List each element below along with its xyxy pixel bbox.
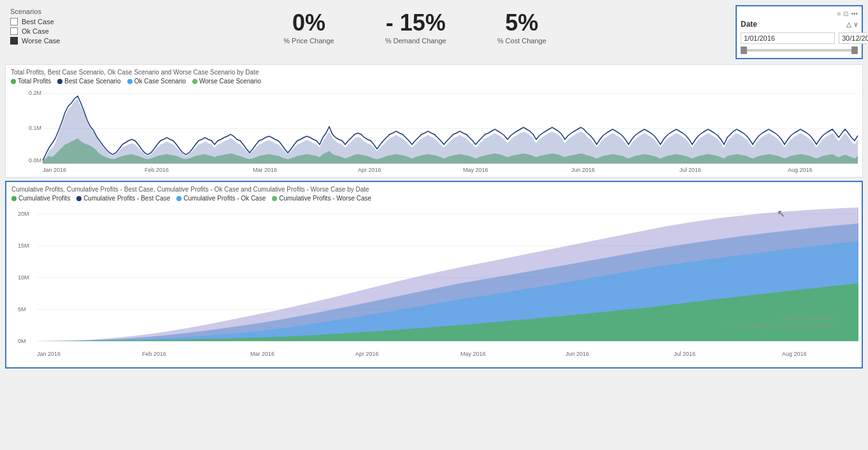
bottom-legend-best-case-dot: [76, 196, 82, 201]
date-filter-toolbar: ≡ ⊡ •••: [741, 10, 858, 17]
price-change-metric: 0% % Price Change: [283, 11, 334, 45]
scenario-best-case-checkbox[interactable]: [10, 18, 18, 25]
x-label-apr: Apr 2016: [358, 167, 381, 173]
bottom-x-label-jul: Jul 2016: [674, 351, 695, 357]
scenario-ok-case-checkbox[interactable]: [10, 27, 18, 35]
bottom-chart-legend: Cumulative Profits Cumulative Profits - …: [11, 195, 857, 202]
date-filter-arrows[interactable]: △ ∨: [846, 21, 858, 28]
main-container: Scenarios Best Case Ok Case Worse Case 0…: [0, 0, 868, 450]
bottom-legend-worse-case-dot: [272, 196, 277, 201]
y-label-20m: 20M: [18, 211, 29, 217]
x-label-jun: Jun 2016: [571, 167, 595, 173]
scenario-worse-case-label: Worse Case: [22, 37, 60, 45]
scenarios-title: Scenarios: [10, 8, 89, 15]
y-label-10m: 10M: [18, 274, 29, 281]
y-label-15m: 15M: [18, 243, 29, 249]
top-legend-ok-case-label: Ok Case Scenario: [134, 78, 186, 85]
scenario-ok-case[interactable]: Ok Case: [10, 27, 89, 35]
bottom-legend-ok-case: Cumulative Profits - Ok Case: [176, 195, 266, 202]
top-legend-total-profits-label: Total Profits: [18, 78, 51, 85]
y-label-01m: 0.1M: [29, 125, 41, 131]
x-label-may: May 2016: [463, 167, 488, 173]
top-chart-section: Total Profits, Best Case Scenario, Ok Ca…: [5, 64, 863, 178]
scenario-worse-case-checkbox[interactable]: [10, 37, 18, 45]
expand-icon[interactable]: ⊡: [843, 10, 848, 17]
bottom-x-label-jun: Jun 2016: [566, 351, 589, 357]
date-inputs: [741, 32, 858, 44]
bottom-legend-ok-case-dot: [176, 196, 181, 201]
top-legend-ok-case-dot: [127, 79, 132, 84]
scenario-best-case-label: Best Case: [22, 18, 54, 25]
price-change-value: 0%: [283, 11, 334, 34]
menu-icon[interactable]: ≡: [837, 10, 841, 17]
top-chart-svg: 0.2M 0.1M 0.0M Jan 2016 Feb 2016 Mar 201…: [11, 87, 861, 173]
bottom-x-label-may: May 2016: [460, 351, 486, 357]
price-change-label: % Price Change: [283, 37, 334, 45]
bottom-legend-best-case-label: Cumulative Profits - Best Case: [83, 195, 170, 202]
top-section: Scenarios Best Case Ok Case Worse Case 0…: [5, 5, 863, 59]
date-slider-track[interactable]: [741, 49, 858, 52]
x-label-aug: Aug 2016: [788, 167, 813, 173]
demand-change-metric: - 15% % Demand Change: [385, 11, 446, 45]
bottom-x-label-feb: Feb 2016: [142, 351, 166, 357]
demand-change-label: % Demand Change: [385, 37, 446, 45]
top-legend-best-case-label: Best Case Scenario: [64, 78, 120, 85]
cost-change-metric: 5% % Cost Change: [497, 11, 546, 45]
date-filter-panel: ≡ ⊡ ••• Date △ ∨: [736, 5, 863, 59]
bottom-x-label-jan: Jan 2016: [37, 351, 60, 357]
y-label-0m: 0M: [18, 338, 26, 344]
y-label-02m: 0.2M: [29, 90, 41, 96]
date-end-input[interactable]: [839, 32, 868, 44]
top-chart-title: Total Profits, Best Case Scenario, Ok Ca…: [11, 69, 857, 76]
top-legend-worse-case-label: Worse Case Scenario: [199, 78, 261, 85]
top-legend-ok-case: Ok Case Scenario: [127, 78, 186, 85]
date-slider-handle-left[interactable]: [741, 46, 747, 54]
bottom-chart-title: Cumulative Profits, Cumulative Profits -…: [11, 186, 857, 193]
cost-change-label: % Cost Change: [497, 37, 546, 45]
bottom-x-label-aug: Aug 2016: [782, 351, 807, 357]
bottom-legend-cumulative: Cumulative Profits: [11, 195, 70, 202]
scenario-best-case[interactable]: Best Case: [10, 18, 89, 25]
date-slider-handle-right[interactable]: [851, 46, 858, 54]
bottom-legend-cumulative-dot: [11, 196, 17, 201]
bottom-legend-ok-case-label: Cumulative Profits - Ok Case: [183, 195, 266, 202]
date-start-input[interactable]: [741, 32, 835, 44]
top-chart-legend: Total Profits Best Case Scenario Ok Case…: [11, 78, 857, 85]
x-label-jul: Jul 2016: [679, 167, 701, 173]
bottom-chart-svg: 20M 15M 10M 5M 0M Jan 2016 Feb 2016 Mar …: [11, 204, 862, 363]
top-legend-worse-case: Worse Case Scenario: [192, 78, 261, 85]
more-icon[interactable]: •••: [851, 10, 858, 17]
bottom-legend-best-case: Cumulative Profits - Best Case: [76, 195, 170, 202]
date-filter-title: Date △ ∨: [741, 20, 858, 29]
bottom-x-label-mar: Mar 2016: [250, 351, 274, 357]
top-legend-total-profits-dot: [11, 79, 16, 84]
scenario-ok-case-label: Ok Case: [22, 27, 49, 35]
y-label-5m: 5M: [18, 306, 26, 313]
cursor-indicator: ↖: [777, 207, 785, 220]
metrics-area: 0% % Price Change - 15% % Demand Change …: [94, 5, 736, 45]
scenarios-panel: Scenarios Best Case Ok Case Worse Case: [5, 5, 94, 49]
scenario-worse-case[interactable]: Worse Case: [10, 37, 89, 45]
demand-change-value: - 15%: [385, 11, 446, 34]
date-filter-title-text: Date: [741, 20, 757, 29]
bottom-legend-cumulative-label: Cumulative Profits: [18, 195, 70, 202]
x-label-jan: Jan 2016: [43, 167, 66, 173]
top-legend-worse-case-dot: [192, 79, 197, 84]
top-legend-best-case-dot: [57, 79, 62, 84]
top-legend-total-profits: Total Profits: [11, 78, 51, 85]
cost-change-value: 5%: [497, 11, 546, 34]
y-label-00m: 0.0M: [29, 157, 41, 164]
bottom-legend-worse-case: Cumulative Profits - Worse Case: [272, 195, 371, 202]
bottom-chart-section: Cumulative Profits, Cumulative Profits -…: [5, 181, 863, 369]
bottom-x-label-apr: Apr 2016: [355, 351, 379, 357]
top-legend-best-case: Best Case Scenario: [57, 78, 120, 85]
bottom-legend-worse-case-label: Cumulative Profits - Worse Case: [279, 195, 371, 202]
x-label-feb: Feb 2016: [145, 167, 169, 173]
x-label-mar: Mar 2016: [253, 167, 277, 173]
